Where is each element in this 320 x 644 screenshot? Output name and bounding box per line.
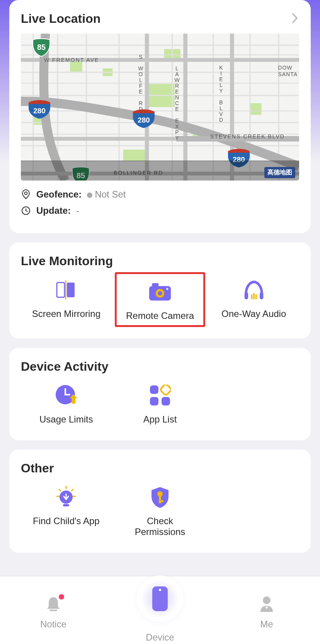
lightbulb-icon	[54, 486, 78, 508]
remote-camera-item[interactable]: Remote Camera	[115, 272, 206, 327]
phone-icon	[152, 586, 168, 611]
tab-device-label: Device	[146, 632, 174, 643]
shield-key-icon	[148, 486, 172, 508]
road-label: LAWRENCE EXPY	[174, 65, 180, 141]
svg-rect-42	[67, 283, 75, 297]
live-location-title: Live Location	[21, 12, 100, 26]
svg-rect-50	[260, 292, 263, 300]
road-label: W FREMONT AVE	[44, 57, 99, 63]
screen-mirroring-item[interactable]: Screen Mirroring	[21, 272, 112, 327]
update-value: -	[76, 205, 79, 216]
screen-mirroring-icon	[54, 279, 78, 301]
bell-icon	[44, 595, 63, 615]
usage-limits-icon	[54, 385, 78, 406]
svg-point-48	[166, 288, 169, 290]
svg-rect-51	[251, 294, 252, 299]
live-location-header[interactable]: Live Location	[21, 12, 299, 26]
other-card: Other Find Child's App	[9, 450, 311, 553]
find-childs-app-item[interactable]: Find Child's App	[21, 479, 112, 541]
check-permissions-item[interactable]: Check Permissions	[115, 479, 206, 541]
check-permissions-label: Check Permissions	[135, 516, 186, 537]
person-icon	[257, 595, 276, 615]
remote-camera-label: Remote Camera	[126, 310, 194, 321]
geofence-row: Geofence: Not Set	[21, 189, 299, 200]
map[interactable]: 85 85 280 280 280 W FREMONT AVE S WOLFE …	[21, 34, 299, 181]
road-label: STEVENS CREEK BLVD	[210, 133, 285, 140]
map-footer	[21, 160, 299, 181]
headphones-icon	[242, 279, 266, 301]
device-activity-card: Device Activity Usage Limits	[9, 348, 311, 440]
chevron-right-icon	[291, 12, 299, 26]
road-label: KIELY BLVD	[218, 65, 224, 123]
svg-point-39	[25, 192, 27, 195]
device-activity-title: Device Activity	[21, 359, 299, 374]
update-row: Update: -	[21, 205, 299, 216]
device-fob	[137, 576, 183, 622]
bottom-nav: Notice Device Me	[0, 576, 320, 644]
other-title: Other	[21, 461, 299, 475]
svg-rect-55	[150, 385, 158, 394]
usage-limits-label: Usage Limits	[39, 414, 93, 425]
apps-grid-icon	[148, 385, 172, 406]
live-monitoring-card: Live Monitoring Screen Mirroring	[9, 242, 311, 339]
svg-line-61	[71, 489, 73, 491]
svg-rect-58	[162, 397, 170, 405]
screen-mirroring-�label: Screen Mirroring	[32, 308, 100, 319]
tab-me-label: Me	[260, 619, 273, 630]
svg-rect-56	[160, 385, 171, 396]
road-label: DOW SANTA	[278, 65, 298, 78]
one-way-audio-item[interactable]: One-Way Audio	[208, 272, 299, 327]
svg-rect-41	[57, 283, 65, 297]
road-label: S WOLFE RD	[138, 54, 144, 112]
svg-point-71	[263, 596, 271, 604]
svg-rect-57	[150, 397, 158, 405]
usage-limits-item[interactable]: Usage Limits	[21, 378, 112, 429]
one-way-audio-label: One-Way Audio	[221, 308, 286, 319]
map-labels: W FREMONT AVE S WOLFE RD LAWRENCE EXPY K…	[21, 34, 299, 181]
live-monitoring-title: Live Monitoring	[21, 254, 299, 268]
geofence-value: Not Set	[87, 189, 126, 200]
svg-rect-70	[49, 610, 57, 611]
update-label: Update:	[36, 205, 71, 216]
svg-rect-69	[159, 500, 163, 502]
svg-rect-53	[255, 294, 257, 299]
svg-rect-52	[253, 293, 255, 300]
svg-line-60	[59, 489, 61, 491]
camera-icon	[148, 281, 172, 303]
geofence-pin-icon	[21, 189, 31, 200]
app-list-item[interactable]: App List	[115, 378, 206, 429]
notification-dot-icon	[59, 594, 64, 600]
find-childs-app-label: Find Child's App	[33, 516, 100, 526]
tab-notice[interactable]: Notice	[15, 595, 92, 630]
tab-me[interactable]: Me	[228, 595, 305, 630]
svg-rect-49	[244, 292, 248, 300]
map-attribution: 高德地图	[264, 167, 295, 178]
svg-rect-66	[63, 504, 69, 506]
tab-notice-label: Notice	[40, 619, 66, 630]
clock-icon	[21, 206, 31, 215]
live-location-card: Live Location	[9, 0, 311, 233]
geofence-label: Geofence:	[36, 189, 82, 200]
svg-point-47	[158, 291, 162, 295]
app-list-label: App List	[143, 414, 177, 425]
svg-rect-44	[152, 283, 158, 286]
